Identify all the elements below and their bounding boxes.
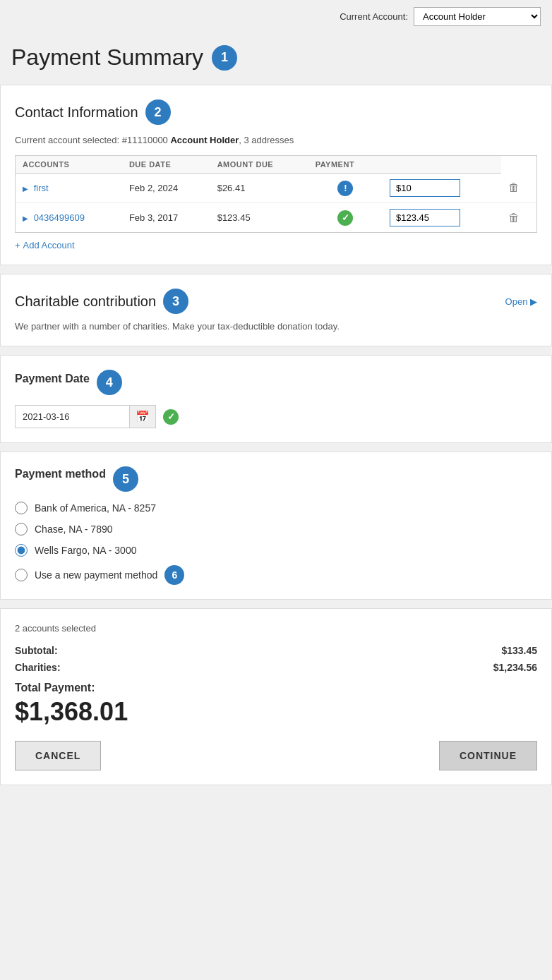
arrow-right-icon: ▶: [530, 296, 537, 307]
account-prefix: Current account selected:: [15, 135, 119, 145]
account-link-first[interactable]: first: [34, 183, 49, 193]
charitable-card: Charitable contribution 3 Open ▶ We part…: [0, 274, 552, 346]
boa-label: Bank of America, NA - 8257: [35, 502, 156, 514]
account-suffix: , 3 addresses: [239, 135, 294, 145]
page-title: Payment Summary: [11, 44, 203, 71]
amount-due-cell: $123.45: [210, 203, 308, 233]
status-cell-2: ✓: [308, 203, 383, 233]
delete-icon-second[interactable]: 🗑: [508, 212, 520, 224]
amount-due-cell: $26.41: [210, 174, 308, 203]
contact-info-card: Contact Information 2 Current account se…: [0, 85, 552, 265]
continue-button[interactable]: CONTINUE: [439, 741, 537, 770]
payment-input-first[interactable]: [390, 179, 460, 197]
step-badge-4: 4: [97, 370, 122, 395]
radio-boa[interactable]: [15, 502, 28, 514]
due-date-cell: Feb 3, 2017: [122, 203, 210, 233]
payment-method-title-row: Payment method 5: [15, 466, 537, 492]
add-account-link[interactable]: + Add Account: [15, 240, 75, 250]
account-name-cell: ▶ 0436499609: [16, 203, 122, 233]
col-actions: [383, 156, 501, 174]
success-icon: ✓: [337, 210, 353, 226]
radio-chase[interactable]: [15, 523, 28, 536]
step-badge-6: 6: [164, 565, 184, 585]
step-badge-3: 3: [163, 289, 188, 314]
chase-label: Chase, NA - 7890: [35, 524, 113, 535]
charitable-description: We partner with a number of charities. M…: [15, 321, 537, 332]
charities-value: $1,234.56: [493, 662, 537, 673]
step-badge-2: 2: [145, 99, 171, 125]
payment-date-title: Payment Date: [15, 373, 90, 385]
total-amount: $1,368.01: [15, 697, 537, 727]
contact-info-title: Contact Information: [15, 104, 138, 121]
payment-option-new[interactable]: Use a new payment method 6: [15, 565, 537, 585]
radio-new[interactable]: [15, 569, 28, 581]
accounts-selected: 2 accounts selected: [15, 623, 537, 634]
arrow-icon: ▶: [23, 214, 28, 222]
subtotal-label: Subtotal:: [15, 645, 58, 656]
due-date-cell: Feb 2, 2024: [122, 174, 210, 203]
warning-icon: !: [337, 181, 353, 196]
payment-option-boa[interactable]: Bank of America, NA - 8257: [15, 502, 537, 514]
payment-option-chase[interactable]: Chase, NA - 7890: [15, 523, 537, 536]
col-due-date: Due Date: [122, 156, 210, 174]
button-row: CANCEL CONTINUE: [15, 741, 537, 770]
top-bar: Current Account: Account HolderOther Acc…: [0, 0, 552, 33]
subtotal-row: Subtotal: $133.45: [15, 645, 537, 656]
account-name-cell: ▶ first: [16, 174, 122, 203]
wells-label: Wells Fargo, NA - 3000: [35, 545, 136, 556]
delete-cell-2: 🗑: [501, 203, 537, 233]
payment-method-card: Payment method 5 Bank of America, NA - 8…: [0, 452, 552, 600]
total-label: Total Payment:: [15, 682, 537, 694]
account-name: Account Holder: [170, 135, 239, 145]
page-title-row: Payment Summary 1: [0, 33, 552, 85]
accounts-table: Accounts Due Date Amount Due Payment ▶ f…: [15, 155, 537, 233]
radio-wells[interactable]: [15, 544, 28, 557]
add-account-label: Add Account: [23, 240, 75, 250]
account-number: #11110000: [122, 135, 168, 145]
date-input-box: 2021-03-16 📅: [15, 405, 156, 428]
subtotal-value: $133.45: [501, 645, 537, 656]
account-selector[interactable]: Account HolderOther Account: [414, 7, 541, 26]
charities-row: Charities: $1,234.56: [15, 662, 537, 673]
payment-date-title-row: Payment Date 4: [15, 370, 537, 395]
payment-method-title: Payment method: [15, 468, 106, 480]
date-value: 2021-03-16: [16, 407, 129, 426]
date-success-icon: ✓: [163, 409, 179, 425]
payment-method-options: Bank of America, NA - 8257 Chase, NA - 7…: [15, 502, 537, 585]
arrow-icon: ▶: [23, 185, 28, 193]
payment-input-cell-2: [383, 203, 501, 233]
delete-icon-first[interactable]: 🗑: [508, 181, 520, 193]
charitable-title-row: Charitable contribution 3: [15, 289, 188, 314]
delete-cell-1: 🗑: [501, 174, 537, 203]
col-amount-due: Amount Due: [210, 156, 308, 174]
charitable-header: Charitable contribution 3 Open ▶: [15, 289, 537, 314]
plus-icon: +: [15, 240, 20, 250]
new-label: Use a new payment method: [35, 569, 157, 581]
payment-input-second[interactable]: [390, 209, 460, 226]
cancel-button[interactable]: CANCEL: [15, 741, 101, 770]
charitable-title: Charitable contribution: [15, 294, 156, 310]
account-info: Current account selected: #11110000 Acco…: [15, 135, 537, 145]
open-link[interactable]: Open ▶: [505, 296, 537, 307]
table-row: ▶ 0436499609 Feb 3, 2017 $123.45 ✓ 🗑: [16, 203, 537, 233]
payment-input-cell-1: [383, 174, 501, 203]
table-row: ▶ first Feb 2, 2024 $26.41 ! 🗑: [16, 174, 537, 203]
step-badge-1: 1: [212, 45, 237, 71]
open-label: Open: [505, 296, 528, 307]
status-cell-1: !: [308, 174, 383, 203]
step-badge-5: 5: [113, 466, 138, 492]
current-account-label: Current Account:: [340, 11, 408, 22]
col-payment: Payment: [308, 156, 383, 174]
charities-label: Charities:: [15, 662, 61, 673]
account-link-second[interactable]: 0436499609: [34, 212, 85, 223]
contact-info-title-row: Contact Information 2: [15, 99, 537, 125]
calendar-icon[interactable]: 📅: [129, 406, 155, 428]
col-accounts: Accounts: [16, 156, 122, 174]
date-input-row: 2021-03-16 📅 ✓: [15, 405, 537, 428]
payment-option-wells[interactable]: Wells Fargo, NA - 3000: [15, 544, 537, 557]
payment-date-card: Payment Date 4 2021-03-16 📅 ✓: [0, 355, 552, 443]
summary-card: 2 accounts selected Subtotal: $133.45 Ch…: [0, 608, 552, 785]
